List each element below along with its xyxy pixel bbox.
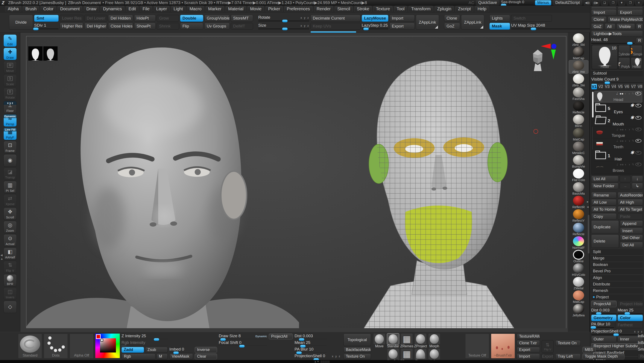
section-remesh[interactable]: Remesh: [591, 288, 643, 293]
goz-r-button[interactable]: R: [636, 24, 643, 30]
toolbar-button[interactable]: ⊡ Frame: [4, 141, 17, 153]
subtool-version-tab[interactable]: V7: [630, 84, 636, 90]
material-item[interactable]: Flat Colo: [569, 168, 588, 182]
backfacemask-button[interactable]: BackfaceMask: [344, 347, 371, 353]
menu-item[interactable]: Zplugin: [435, 6, 454, 12]
duplicate-button[interactable]: Duplicate: [591, 220, 619, 234]
material-item[interactable]: ReflectY: [569, 209, 588, 222]
float-window-icon[interactable]: ❏: [601, 0, 608, 5]
smooth-slider[interactable]: Smoothx y z: [638, 347, 644, 353]
current-tool-thumbnail[interactable]: 10 Head: [592, 45, 618, 69]
material-item[interactable]: HSVColo: [569, 263, 588, 277]
dist-slider[interactable]: Dist 0.003: [294, 333, 327, 339]
quick-brush-item[interactable]: Morph: [428, 333, 441, 348]
subtool-item-head[interactable]: ⇣●●◐◑✎ Head: [594, 91, 642, 103]
subtool-item-tongue[interactable]: ⇣●●◐◑✎ Tongue: [594, 127, 642, 138]
storemt-button[interactable]: StoreMT: [231, 15, 253, 22]
menu-item[interactable]: Brush: [23, 6, 39, 12]
tray-left-button[interactable]: Tray Left: [555, 353, 581, 359]
pa-blur-slider[interactable]: PA Blur 10: [294, 347, 327, 353]
project-geometry-button[interactable]: Geometry: [591, 315, 616, 321]
toolbar-button[interactable]: ◪ Transp: [4, 168, 17, 180]
material-item[interactable]: Blinn: [569, 114, 588, 128]
visibility-eye-icon[interactable]: [636, 139, 642, 143]
toolbar-button[interactable]: ▥ Pt Sel: [4, 181, 17, 193]
toolbar-button[interactable]: ✚ Draw: [4, 48, 17, 60]
material-item[interactable]: zbro_Ski: [569, 33, 588, 47]
toolbar-button[interactable]: ◉: [4, 154, 17, 167]
menu-item[interactable]: Edit: [126, 6, 138, 12]
material-item[interactable]: Reflecte: [569, 222, 588, 236]
menu-item[interactable]: Dynamics: [100, 6, 124, 12]
mbs-button[interactable]: MBS: [582, 347, 596, 353]
subtool-version-tab[interactable]: V3: [604, 84, 610, 90]
gear-icon[interactable]: ✱: [630, 150, 634, 155]
zbrush-document[interactable]: [26, 36, 566, 328]
material-item[interactable]: zbro_Ski: [569, 74, 588, 87]
list-all-button[interactable]: List All: [591, 176, 618, 182]
menu-item[interactable]: Stroke: [354, 6, 372, 12]
menu-item[interactable]: Zscript: [455, 6, 473, 12]
visibility-eye-icon[interactable]: [636, 163, 642, 166]
menu-item[interactable]: Stencil: [335, 6, 353, 12]
delete-button[interactable]: Delete: [591, 235, 619, 248]
section-distribute[interactable]: Distribute: [591, 281, 643, 287]
projectall-button[interactable]: ProjectAll: [591, 301, 616, 307]
inflate-balloon-slider[interactable]: Inflate Balloonx y z: [638, 340, 644, 346]
material-item[interactable]: MatCap: [569, 290, 588, 304]
axis-z-icon[interactable]: [552, 44, 556, 49]
visibility-eye-icon[interactable]: [636, 116, 642, 120]
mean-slider[interactable]: Mean 25: [294, 340, 327, 346]
menu-item[interactable]: Tool: [394, 6, 407, 12]
section-merge[interactable]: Merge: [591, 255, 643, 261]
visibility-eye-icon[interactable]: [635, 92, 641, 95]
axis-x-icon[interactable]: [541, 44, 550, 49]
all-high-button[interactable]: All High: [618, 199, 643, 206]
tool-thumb-cylinder[interactable]: Cylinder: [618, 45, 630, 57]
section-boolean[interactable]: Boolean: [591, 262, 643, 268]
menu-item[interactable]: Color: [40, 6, 56, 12]
texture-export-button[interactable]: Export: [517, 347, 540, 353]
toolbar-button[interactable]: ⇅ Flip V: [4, 261, 17, 273]
projectall-button[interactable]: ProjectAll: [269, 333, 293, 339]
toolbar-button[interactable]: ● BPR: [4, 274, 17, 286]
subtool-version-tab[interactable]: V1: [591, 84, 597, 90]
uv-groups-button[interactable]: Uv Groups: [204, 23, 230, 30]
subtool-scrollbar[interactable]: [592, 92, 594, 118]
del-hidden-button[interactable]: Del Hidden: [108, 15, 133, 22]
texture-on2-button[interactable]: Texture On: [555, 340, 581, 346]
material-item[interactable]: NormalF: [569, 236, 588, 250]
toolbar-button[interactable]: ◎ Zoom: [4, 221, 17, 233]
menu-item[interactable]: Light: [171, 6, 186, 12]
del-all-button[interactable]: Del All: [620, 242, 643, 248]
tray-left-toggle-icon[interactable]: ◀▤: [584, 0, 591, 5]
flip-button[interactable]: Flip: [180, 23, 203, 30]
focal-shift-slider[interactable]: Focal Shift 0: [219, 340, 267, 346]
wireframe-head-model[interactable]: [327, 45, 550, 328]
menu-item[interactable]: Preferences: [284, 6, 312, 12]
menu-item[interactable]: Draw: [84, 6, 99, 12]
material-item[interactable]: ZMetal: [569, 277, 588, 290]
tool-thumb-head[interactable]: 10 Head: [631, 57, 642, 69]
goz-visible-button[interactable]: Visible: [616, 24, 635, 30]
menu-item[interactable]: Marker: [206, 6, 224, 12]
higher-res-button[interactable]: Higher Res: [60, 23, 83, 30]
insert-button[interactable]: Insert: [620, 228, 643, 234]
size-slider[interactable]: Sizex y z: [258, 23, 309, 30]
material-item[interactable]: MatCap: [569, 128, 588, 141]
quicksave-button[interactable]: QuickSave: [476, 0, 499, 5]
menu-item[interactable]: File: [140, 6, 152, 12]
zadd-button[interactable]: Zadd: [122, 347, 144, 353]
section-split[interactable]: Split: [591, 249, 643, 254]
inflate-slider[interactable]: Inflatex y z: [638, 333, 644, 339]
toolbar-button[interactable]: ◇: [4, 301, 17, 313]
toolbar-button[interactable]: ✎ Edit: [4, 34, 17, 47]
axis-y-icon[interactable]: [551, 50, 556, 60]
lights-button[interactable]: Lights: [490, 15, 510, 22]
material-scrollbar[interactable]: [588, 215, 590, 253]
clear-button[interactable]: Clear: [195, 353, 217, 359]
visibility-eye-icon[interactable]: [636, 151, 642, 155]
menu-item[interactable]: Layer: [154, 6, 170, 12]
dynamic-toggle[interactable]: Dynamic: [256, 335, 267, 338]
tool-thumb-simplebrush[interactable]: S SimpleB: [631, 45, 642, 57]
